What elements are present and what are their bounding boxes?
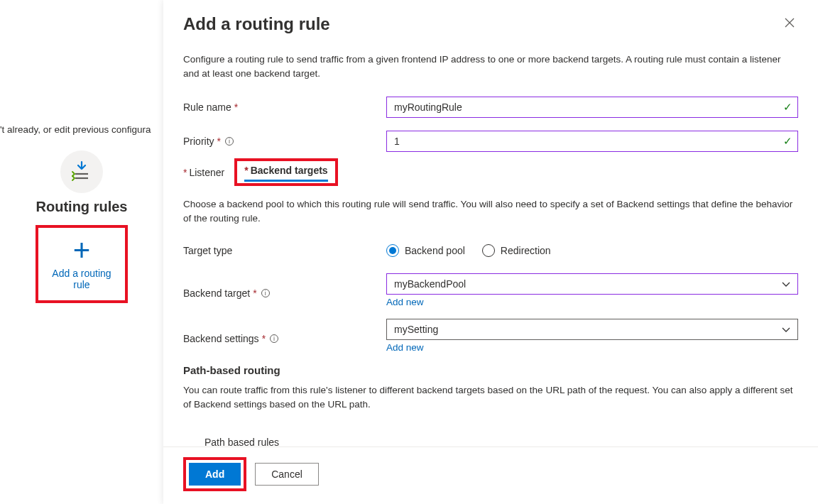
panel-title: Add a routing rule [183,14,330,34]
backend-target-select[interactable]: myBackendPool [386,273,798,295]
add-routing-rule-label: Add a routing rule [44,268,119,290]
tab-listener[interactable]: * Listener [183,163,224,182]
info-icon[interactable]: i [261,289,270,297]
add-new-backend-settings-link[interactable]: Add new [386,342,798,353]
radio-icon [482,244,495,257]
chevron-down-icon [782,324,790,335]
radio-redirection[interactable]: Redirection [482,244,551,257]
backend-target-label: Backend target [183,287,250,299]
tab-backend-targets[interactable]: * Backend targets [244,161,327,182]
target-type-label: Target type [183,245,232,256]
routing-rules-icon [60,150,103,193]
panel-description: Configure a routing rule to send traffic… [183,53,798,80]
panel-footer: Add Cancel [163,447,818,504]
path-based-rules-title: Path based rules [204,437,798,447]
highlight-add-button: Add [183,457,246,491]
close-icon[interactable] [781,14,798,33]
path-based-description: You can route traffic from this rule's l… [183,383,798,411]
chevron-down-icon [782,278,790,290]
priority-input[interactable] [386,131,798,152]
tab-description: Choose a backend pool to which this rout… [183,197,798,225]
add-new-backend-target-link[interactable]: Add new [386,297,798,307]
required-asterisk: * [234,102,238,113]
rule-name-input[interactable] [386,97,798,118]
rule-name-label: Rule name [183,102,231,113]
background-hint-text: 't already, or edit previous configura [0,124,163,135]
routing-rules-heading: Routing rules [0,199,163,215]
backend-settings-label: Backend settings [183,333,259,344]
radio-icon-selected [386,244,399,257]
add-routing-rule-card[interactable]: + Add a routing rule [36,225,128,303]
required-asterisk: * [244,165,248,176]
radio-backend-pool[interactable]: Backend pool [386,244,465,257]
required-asterisk: * [217,136,221,147]
cancel-button[interactable]: Cancel [255,463,319,486]
info-icon[interactable]: i [225,137,234,146]
backend-settings-select[interactable]: mySetting [386,319,798,340]
path-based-routing-heading: Path-based routing [183,364,798,376]
required-asterisk: * [262,333,266,344]
info-icon[interactable]: i [270,334,278,343]
add-routing-rule-panel: Add a routing rule Configure a routing r… [163,0,818,504]
add-button[interactable]: Add [189,463,241,486]
priority-label: Priority [183,136,214,147]
plus-icon: + [44,238,119,263]
left-background-panel: 't already, or edit previous configura R… [0,0,163,303]
panel-body: Add a routing rule Configure a routing r… [163,0,818,447]
highlight-backend-targets-tab: * Backend targets [234,158,337,186]
required-asterisk: * [253,287,256,299]
routing-icon [70,160,94,184]
required-asterisk: * [183,167,187,178]
path-based-rules-table: Path based rules Path Target name Backen… [183,437,798,447]
